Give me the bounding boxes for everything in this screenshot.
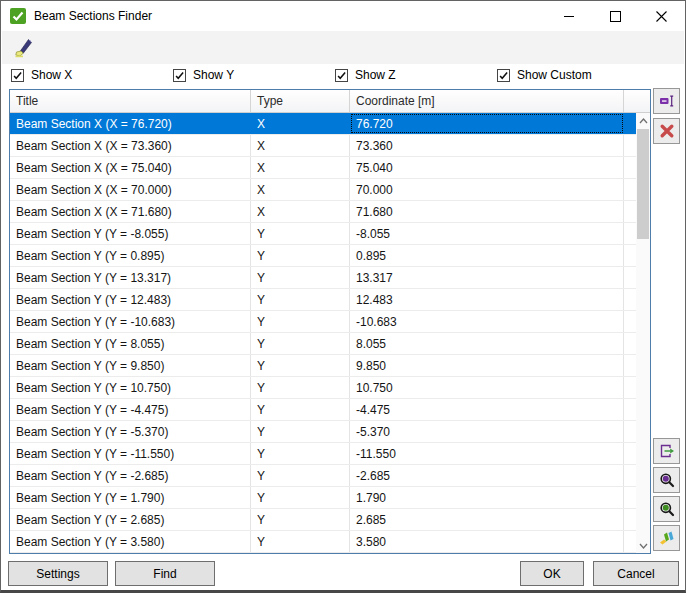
zoom-purple-icon (659, 472, 675, 488)
table-row[interactable]: Beam Section Y (Y = 0.895) Y 0.895 (10, 245, 636, 267)
cell-type: Y (251, 355, 350, 376)
cell-filler (624, 355, 636, 376)
show-filter-3[interactable]: Show Custom (497, 67, 659, 83)
table-row[interactable]: Beam Section Y (Y = -11.550) Y -11.550 (10, 443, 636, 465)
cell-filler (624, 399, 636, 420)
table-row[interactable]: Beam Section Y (Y = -4.475) Y -4.475 (10, 399, 636, 421)
cell-title: Beam Section Y (Y = 8.055) (10, 333, 251, 354)
table-row[interactable]: Beam Section Y (Y = 12.483) Y 12.483 (10, 289, 636, 311)
cell-filler (624, 333, 636, 354)
maximize-button[interactable] (592, 2, 638, 31)
cell-title: Beam Section X (X = 71.680) (10, 201, 251, 222)
scroll-up-button[interactable] (636, 113, 650, 128)
toolbar (2, 31, 684, 64)
cell-coordinate: 13.317 (350, 267, 624, 288)
cell-filler (624, 465, 636, 486)
column-header-coordinate[interactable]: Coordinate [m] (350, 90, 624, 112)
table-row[interactable]: Beam Section Y (Y = 8.055) Y 8.055 (10, 333, 636, 355)
cell-type: Y (251, 465, 350, 486)
table-row[interactable]: Beam Section Y (Y = 2.685) Y 2.685 (10, 509, 636, 531)
format-brush-button[interactable] (10, 34, 38, 62)
cell-title: Beam Section Y (Y = 2.685) (10, 509, 251, 530)
settings-button[interactable]: Settings (8, 561, 108, 586)
cell-coordinate: 70.000 (350, 179, 624, 200)
cell-filler (624, 487, 636, 508)
table-row[interactable]: Beam Section Y (Y = 13.317) Y 13.317 (10, 267, 636, 289)
zoom-green-button[interactable] (653, 496, 680, 522)
checkbox-box (497, 69, 510, 82)
table-row[interactable]: Beam Section X (X = 75.040) X 75.040 (10, 157, 636, 179)
cell-type: Y (251, 289, 350, 310)
checkbox-box (335, 69, 348, 82)
find-button[interactable]: Find (115, 561, 215, 586)
cell-filler (624, 421, 636, 442)
cell-title: Beam Section Y (Y = -11.550) (10, 443, 251, 464)
cell-type: Y (251, 245, 350, 266)
checkbox-box (11, 69, 24, 82)
scroll-down-button[interactable] (636, 538, 650, 553)
cell-title: Beam Section X (X = 73.360) (10, 135, 251, 156)
minimize-button[interactable] (546, 2, 592, 31)
table-row[interactable]: Beam Section Y (Y = 3.580) Y 3.580 (10, 531, 636, 553)
cell-filler (624, 377, 636, 398)
delete-button[interactable] (653, 118, 680, 144)
cell-type: X (251, 201, 350, 222)
ok-button[interactable]: OK (520, 561, 584, 586)
table-row[interactable]: Beam Section X (X = 76.720) X 76.720 (10, 113, 636, 135)
rename-icon (659, 93, 675, 109)
cell-filler (624, 201, 636, 222)
cancel-button[interactable]: Cancel (593, 561, 679, 586)
cell-title: Beam Section Y (Y = 13.317) (10, 267, 251, 288)
cell-coordinate: 12.483 (350, 289, 624, 310)
show-filter-1[interactable]: Show Y (173, 67, 335, 83)
table-row[interactable]: Beam Section Y (Y = -5.370) Y -5.370 (10, 421, 636, 443)
column-header-title[interactable]: Title (10, 90, 251, 112)
cell-title: Beam Section Y (Y = -4.475) (10, 399, 251, 420)
chevron-up-icon (639, 118, 648, 124)
cell-type: X (251, 179, 350, 200)
table-row[interactable]: Beam Section X (X = 70.000) X 70.000 (10, 179, 636, 201)
cell-type: Y (251, 311, 350, 332)
cell-type: Y (251, 421, 350, 442)
cell-coordinate: 10.750 (350, 377, 624, 398)
cell-title: Beam Section Y (Y = 9.850) (10, 355, 251, 376)
cell-coordinate: 1.790 (350, 487, 624, 508)
column-header-type[interactable]: Type (251, 90, 350, 112)
cell-title: Beam Section X (X = 76.720) (10, 113, 251, 134)
show-3d-button[interactable] (653, 525, 680, 551)
scrollbar-thumb[interactable] (637, 129, 649, 239)
cell-title: Beam Section Y (Y = -5.370) (10, 421, 251, 442)
table-row[interactable]: Beam Section Y (Y = 1.790) Y 1.790 (10, 487, 636, 509)
cell-filler (624, 443, 636, 464)
cell-filler (624, 223, 636, 244)
cell-title: Beam Section Y (Y = 0.895) (10, 245, 251, 266)
show-filter-0[interactable]: Show X (11, 67, 173, 83)
rename-button[interactable] (653, 88, 680, 114)
beam-sections-finder-dialog: Beam Sections Finder (0, 0, 686, 593)
zoom-purple-button[interactable] (653, 467, 680, 493)
cell-type: Y (251, 487, 350, 508)
checkmark-icon (174, 70, 185, 81)
cell-coordinate: 75.040 (350, 157, 624, 178)
cell-filler (624, 267, 636, 288)
cell-filler (624, 245, 636, 266)
cell-type: Y (251, 267, 350, 288)
minimize-icon (564, 16, 574, 17)
vertical-scrollbar[interactable] (636, 113, 650, 553)
checkbox-label: Show Z (355, 68, 396, 82)
cell-coordinate: -10.683 (350, 311, 624, 332)
table-row[interactable]: Beam Section Y (Y = -8.055) Y -8.055 (10, 223, 636, 245)
table-row[interactable]: Beam Section Y (Y = 10.750) Y 10.750 (10, 377, 636, 399)
cell-title: Beam Section X (X = 75.040) (10, 157, 251, 178)
show-filter-2[interactable]: Show Z (335, 67, 497, 83)
chevron-down-icon (639, 543, 648, 549)
table-row[interactable]: Beam Section Y (Y = 9.850) Y 9.850 (10, 355, 636, 377)
table-row[interactable]: Beam Section X (X = 71.680) X 71.680 (10, 201, 636, 223)
export-selection-button[interactable] (653, 438, 680, 464)
table-row[interactable]: Beam Section Y (Y = -2.685) Y -2.685 (10, 465, 636, 487)
cell-coordinate: 3.580 (350, 531, 624, 552)
close-button[interactable] (638, 2, 684, 31)
table-row[interactable]: Beam Section X (X = 73.360) X 73.360 (10, 135, 636, 157)
table-row[interactable]: Beam Section Y (Y = -10.683) Y -10.683 (10, 311, 636, 333)
cell-type: Y (251, 443, 350, 464)
